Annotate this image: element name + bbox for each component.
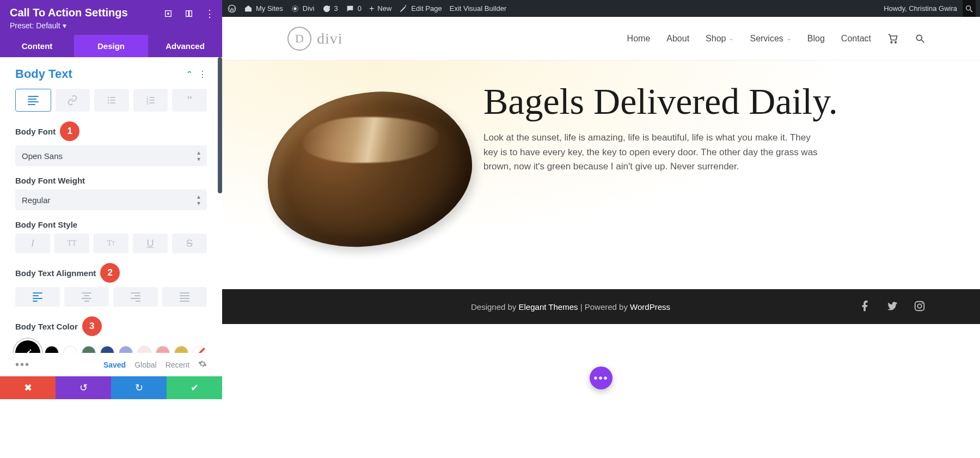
align-center[interactable] [64, 287, 109, 307]
nav-shop-label: Shop [706, 34, 726, 44]
redo-button[interactable]: ↻ [111, 376, 167, 399]
align-justify[interactable] [162, 287, 207, 307]
body-font-weight-select[interactable]: Regular ▴▾ [15, 190, 207, 210]
footer-social [859, 300, 926, 314]
preset-saved-tab[interactable]: Saved [103, 361, 126, 369]
divi-fab-button[interactable]: ••• [590, 367, 612, 389]
align-right[interactable] [113, 287, 158, 307]
color-swatch-3[interactable] [100, 346, 114, 353]
wp-edit-page[interactable]: Edit Page [399, 4, 442, 13]
wp-edit-page-label: Edit Page [411, 4, 442, 13]
instagram-icon[interactable] [914, 300, 926, 314]
cart-icon[interactable] [887, 33, 898, 44]
collapse-icon[interactable]: ⌃ [186, 69, 193, 80]
wp-my-sites-label: My Sites [256, 4, 283, 13]
color-swatch-7[interactable] [174, 346, 188, 353]
preset-recent-tab[interactable]: Recent [166, 361, 189, 369]
color-picker-button[interactable] [15, 340, 40, 353]
tab-content[interactable]: Content [0, 35, 74, 57]
panel-footer-actions: ✖ ↺ ↻ ✔ [0, 376, 222, 399]
preset-dropdown[interactable]: Preset: Default ▾ [10, 21, 66, 30]
style-underline[interactable]: U [133, 234, 168, 253]
hero-section: Bagels Delivered Daily. Look at the suns… [222, 60, 980, 289]
section-title[interactable]: Body Text [15, 67, 72, 81]
tab-advanced[interactable]: Advanced [148, 35, 222, 57]
cancel-button[interactable]: ✖ [0, 376, 56, 399]
footer-credits: Designed by Elegant Themes | Powered by … [471, 302, 670, 312]
hero-body: Look at the sunset, life is amazing, lif… [483, 131, 821, 174]
preset-global-tab[interactable]: Global [134, 361, 156, 369]
text-type-ul[interactable] [94, 89, 129, 112]
align-left[interactable] [15, 287, 60, 307]
text-type-quote[interactable]: ” [172, 89, 207, 112]
nav-about[interactable]: About [666, 34, 689, 44]
section-header: Body Text ⌃ ⋮ [15, 67, 207, 81]
svg-rect-5 [110, 97, 115, 98]
nav-services[interactable]: Services⌄ [750, 34, 791, 44]
tab-design[interactable]: Design [74, 35, 148, 57]
color-transparent[interactable] [193, 346, 207, 353]
main-nav: Home About Shop⌄ Services⌄ Blog Contact [627, 33, 926, 44]
gear-icon[interactable] [198, 359, 207, 370]
body-font-label: Body Font 1 [15, 121, 207, 141]
wp-my-sites[interactable]: My Sites [244, 4, 283, 13]
footer-prefix: Designed by [471, 302, 519, 312]
wp-howdy[interactable]: Howdy, Christina Gwira [884, 4, 957, 13]
svg-point-26 [917, 304, 921, 308]
snap-icon[interactable] [184, 9, 194, 19]
style-strikethrough[interactable]: S [172, 234, 207, 253]
wp-admin-bar: My Sites Divi 3 0 + New Edit Page [222, 0, 980, 17]
style-italic[interactable]: I [15, 234, 50, 253]
site-logo[interactable]: D divi [287, 27, 343, 51]
svg-rect-2 [186, 11, 189, 17]
alignment-buttons [15, 287, 207, 307]
settings-panel: Call To Action Settings Preset: Default … [0, 0, 222, 399]
color-swatch-4[interactable] [119, 346, 133, 353]
body-text-color-label-text: Body Text Color [15, 322, 78, 331]
more-icon[interactable]: ⋮ [205, 9, 215, 19]
wp-exit-visual-builder[interactable]: Exit Visual Builder [450, 4, 507, 13]
footer-more-icon[interactable]: ••• [15, 358, 30, 371]
wp-updates-count: 3 [334, 4, 338, 13]
style-smallcaps[interactable]: TT [94, 234, 128, 253]
wp-logo-icon[interactable] [228, 4, 236, 13]
text-type-link[interactable] [56, 89, 90, 112]
twitter-icon[interactable] [886, 300, 898, 314]
search-icon[interactable] [915, 33, 926, 44]
wp-new[interactable]: + New [369, 4, 391, 14]
footer-wordpress-link[interactable]: WordPress [630, 302, 670, 312]
wp-comments[interactable]: 0 [346, 4, 362, 13]
body-font-select[interactable]: Open Sans ▴▾ [15, 145, 207, 166]
fullscreen-icon[interactable] [163, 9, 173, 19]
svg-rect-15 [149, 102, 154, 103]
nav-blog[interactable]: Blog [807, 34, 825, 44]
panel-body: Body Text ⌃ ⋮ 123 ” Body [0, 57, 222, 353]
color-swatch-2[interactable] [82, 346, 96, 353]
section-more-icon[interactable]: ⋮ [198, 69, 207, 80]
save-button[interactable]: ✔ [167, 376, 222, 399]
scrollbar[interactable] [218, 57, 222, 193]
wp-updates[interactable]: 3 [322, 4, 338, 13]
color-swatch-5[interactable] [137, 346, 151, 353]
annotation-marker-2: 2 [100, 263, 120, 283]
facebook-icon[interactable] [859, 300, 871, 314]
chevron-down-icon: ▾ [63, 21, 66, 30]
color-swatch-0[interactable] [45, 346, 59, 353]
chevron-down-icon: ⌄ [787, 35, 791, 41]
style-uppercase[interactable]: TT [54, 234, 89, 253]
nav-home[interactable]: Home [627, 34, 651, 44]
body-font-style-label: Body Font Style [15, 220, 207, 229]
wp-search-icon[interactable] [963, 0, 976, 17]
text-type-paragraph[interactable] [15, 89, 51, 112]
footer-elegant-themes-link[interactable]: Elegant Themes [519, 302, 578, 312]
panel-footer-meta: ••• Saved Global Recent [0, 353, 222, 376]
nav-contact[interactable]: Contact [841, 34, 871, 44]
color-swatch-1[interactable] [63, 346, 77, 353]
svg-rect-11 [149, 97, 154, 98]
undo-button[interactable]: ↺ [56, 376, 111, 399]
nav-shop[interactable]: Shop⌄ [706, 34, 733, 44]
text-type-ol[interactable]: 123 [133, 89, 168, 112]
color-swatch-6[interactable] [156, 346, 170, 353]
wp-site-name[interactable]: Divi [291, 4, 315, 13]
logo-text: divi [317, 30, 343, 47]
